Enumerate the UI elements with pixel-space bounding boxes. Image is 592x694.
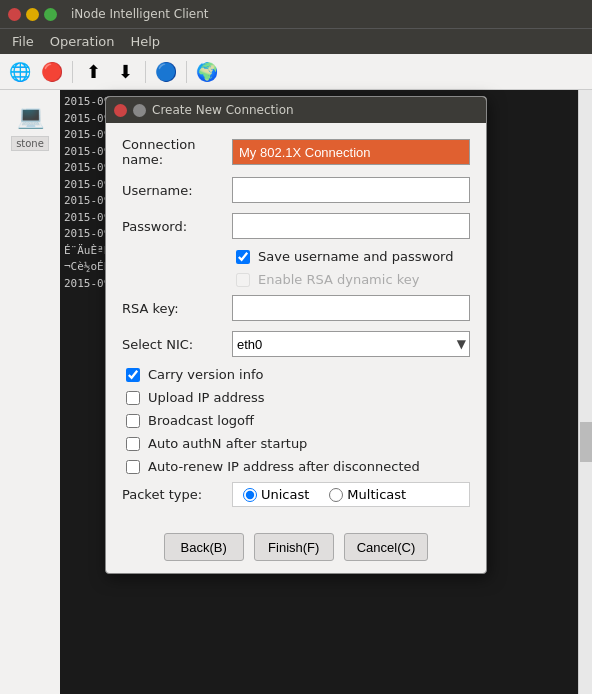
toolbar-separator-3 xyxy=(186,61,187,83)
enable-rsa-checkbox xyxy=(236,273,250,287)
toolbar-btn-globe[interactable]: 🌐 xyxy=(6,58,34,86)
auto-renew-label[interactable]: Auto-renew IP address after disconnected xyxy=(148,459,420,474)
toolbar-btn-shield[interactable]: 🔵 xyxy=(152,58,180,86)
window-controls xyxy=(8,8,57,21)
dialog-create-connection: Create New Connection Connection name: U… xyxy=(105,96,487,574)
upload-ip-row: Upload IP address xyxy=(122,390,470,405)
taskbar-maximize-btn[interactable] xyxy=(44,8,57,21)
rsa-key-label: RSA key: xyxy=(122,301,232,316)
dialog-title: Create New Connection xyxy=(152,103,478,117)
save-credentials-label[interactable]: Save username and password xyxy=(258,249,453,264)
toolbar-separator xyxy=(72,61,73,83)
dialog-footer: Back(B) Finish(F) Cancel(C) xyxy=(106,527,486,573)
auto-renew-checkbox[interactable] xyxy=(126,460,140,474)
broadcast-logoff-checkbox[interactable] xyxy=(126,414,140,428)
rsa-key-input[interactable] xyxy=(232,295,470,321)
nic-select-wrapper: eth0 eth1 wlan0 ▼ xyxy=(232,331,470,357)
upload-ip-label[interactable]: Upload IP address xyxy=(148,390,265,405)
toolbar-btn-network[interactable]: 🌍 xyxy=(193,58,221,86)
toolbar: 🌐 🔴 ⬆ ⬇ 🔵 🌍 xyxy=(0,54,592,90)
save-credentials-checkbox[interactable] xyxy=(236,250,250,264)
enable-rsa-row: Enable RSA dynamic key xyxy=(122,272,470,287)
broadcast-logoff-row: Broadcast logoff xyxy=(122,413,470,428)
username-input[interactable] xyxy=(232,177,470,203)
rsa-key-row: RSA key: xyxy=(122,295,470,321)
unicast-radio[interactable] xyxy=(243,488,257,502)
carry-version-checkbox[interactable] xyxy=(126,368,140,382)
auto-authn-checkbox[interactable] xyxy=(126,437,140,451)
packet-type-row: Packet type: Unicast Multicast xyxy=(122,482,470,507)
sidebar-icon: 💻 xyxy=(10,96,50,136)
unicast-label[interactable]: Unicast xyxy=(261,487,309,502)
dialog-close-btn[interactable] xyxy=(114,104,127,117)
toolbar-btn-down[interactable]: ⬇ xyxy=(111,58,139,86)
multicast-label[interactable]: Multicast xyxy=(347,487,406,502)
save-credentials-row: Save username and password xyxy=(122,249,470,264)
taskbar: iNode Intelligent Client xyxy=(0,0,592,28)
auto-authn-row: Auto authN after startup xyxy=(122,436,470,451)
username-label: Username: xyxy=(122,183,232,198)
select-nic-row: Select NIC: eth0 eth1 wlan0 ▼ xyxy=(122,331,470,357)
sidebar-label: stone xyxy=(11,136,49,151)
connection-name-input[interactable] xyxy=(232,139,470,165)
upload-ip-checkbox[interactable] xyxy=(126,391,140,405)
multicast-radio[interactable] xyxy=(329,488,343,502)
dialog-titlebar: Create New Connection xyxy=(106,97,486,123)
password-row: Password: xyxy=(122,213,470,239)
taskbar-minimize-btn[interactable] xyxy=(26,8,39,21)
select-nic-label: Select NIC: xyxy=(122,337,232,352)
window-title: iNode Intelligent Client xyxy=(71,7,209,21)
unicast-option: Unicast xyxy=(243,487,309,502)
auto-renew-row: Auto-renew IP address after disconnected xyxy=(122,459,470,474)
username-row: Username: xyxy=(122,177,470,203)
log-scrollbar[interactable] xyxy=(578,90,592,694)
connection-name-row: Connection name: xyxy=(122,137,470,167)
packet-type-label: Packet type: xyxy=(122,487,232,502)
auto-authn-label[interactable]: Auto authN after startup xyxy=(148,436,307,451)
dialog-minimize-btn[interactable] xyxy=(133,104,146,117)
log-scrollbar-thumb[interactable] xyxy=(580,422,592,462)
enable-rsa-label: Enable RSA dynamic key xyxy=(258,272,419,287)
menu-file[interactable]: File xyxy=(4,32,42,51)
menu-help[interactable]: Help xyxy=(122,32,168,51)
multicast-option: Multicast xyxy=(329,487,406,502)
password-label: Password: xyxy=(122,219,232,234)
toolbar-btn-stop[interactable]: 🔴 xyxy=(38,58,66,86)
finish-button[interactable]: Finish(F) xyxy=(254,533,334,561)
menu-operation[interactable]: Operation xyxy=(42,32,123,51)
toolbar-btn-up[interactable]: ⬆ xyxy=(79,58,107,86)
dialog-body: Connection name: Username: Password: Sav… xyxy=(106,123,486,527)
broadcast-logoff-label[interactable]: Broadcast logoff xyxy=(148,413,254,428)
carry-version-row: Carry version info xyxy=(122,367,470,382)
connection-name-label: Connection name: xyxy=(122,137,232,167)
password-input[interactable] xyxy=(232,213,470,239)
carry-version-label[interactable]: Carry version info xyxy=(148,367,263,382)
nic-select[interactable]: eth0 eth1 wlan0 xyxy=(232,331,470,357)
sidebar: 💻 stone xyxy=(0,90,60,694)
taskbar-close-btn[interactable] xyxy=(8,8,21,21)
cancel-button[interactable]: Cancel(C) xyxy=(344,533,429,561)
toolbar-separator-2 xyxy=(145,61,146,83)
back-button[interactable]: Back(B) xyxy=(164,533,244,561)
menubar: File Operation Help xyxy=(0,28,592,54)
packet-options: Unicast Multicast xyxy=(232,482,470,507)
